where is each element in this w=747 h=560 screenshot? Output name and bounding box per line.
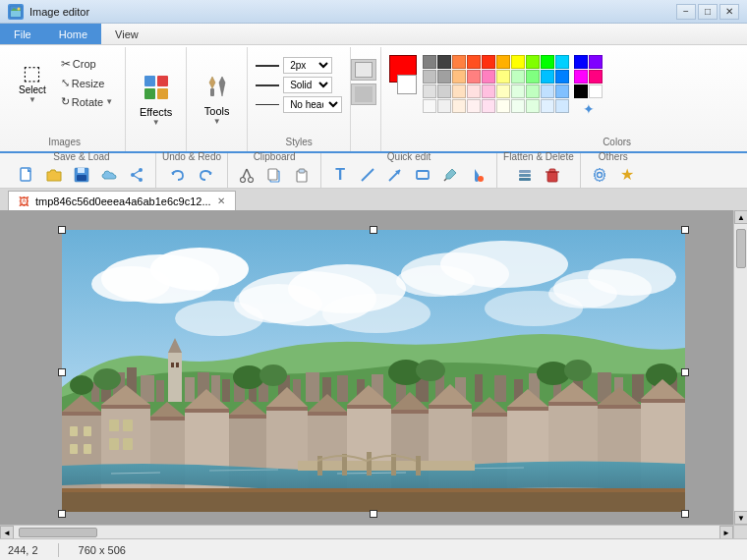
- delete-button[interactable]: [540, 163, 565, 187]
- scroll-down-button[interactable]: ▼: [734, 511, 747, 525]
- eyedropper-tool-button[interactable]: [437, 163, 463, 187]
- color-cell[interactable]: [423, 84, 436, 98]
- cut-button[interactable]: [234, 163, 259, 187]
- color-cell[interactable]: [511, 70, 525, 84]
- rotate-button[interactable]: ↻ Rotate ▼: [57, 93, 117, 110]
- paste-button[interactable]: [289, 163, 315, 187]
- color-cell[interactable]: [526, 70, 540, 84]
- color-cell[interactable]: [589, 70, 603, 84]
- scroll-up-button[interactable]: ▲: [734, 210, 747, 224]
- color-cell[interactable]: [437, 99, 451, 113]
- color-cell[interactable]: [555, 84, 569, 98]
- color-cell[interactable]: [574, 84, 588, 98]
- handle-bc[interactable]: [370, 510, 377, 518]
- close-button[interactable]: ✕: [719, 4, 739, 20]
- handle-br[interactable]: [681, 510, 689, 518]
- canvas-area[interactable]: ▲ ▼ ◄ ►: [0, 210, 747, 538]
- crop-button[interactable]: ✂ Crop: [57, 55, 117, 73]
- color-cell[interactable]: [423, 70, 436, 84]
- background-color[interactable]: [397, 75, 417, 94]
- new-file-button[interactable]: [14, 163, 39, 187]
- horizontal-scrollbar[interactable]: ◄ ►: [0, 525, 733, 538]
- color-cell[interactable]: [526, 55, 540, 69]
- rect-tool-button[interactable]: [410, 163, 435, 187]
- select-button[interactable]: ⬚ Select ▼: [12, 56, 53, 109]
- copy-button[interactable]: [261, 163, 287, 187]
- color-cell[interactable]: [482, 55, 495, 69]
- scroll-thumb-h[interactable]: [19, 528, 97, 537]
- color-cell[interactable]: [452, 99, 466, 113]
- line-tool-button[interactable]: [355, 163, 380, 187]
- settings-button[interactable]: [587, 163, 612, 187]
- solid-select[interactable]: SolidDashedDotted: [283, 77, 332, 93]
- handle-tl[interactable]: [58, 226, 66, 234]
- share-button[interactable]: [124, 163, 149, 187]
- menu-home[interactable]: Home: [45, 24, 101, 44]
- color-cell[interactable]: [541, 70, 554, 84]
- fill-tool-button[interactable]: [465, 163, 490, 187]
- color-cell[interactable]: [482, 70, 495, 84]
- color-cell[interactable]: [574, 70, 588, 84]
- color-cell[interactable]: [423, 55, 436, 69]
- flatten-button[interactable]: [512, 163, 538, 187]
- style-preview[interactable]: [351, 59, 376, 81]
- color-cell[interactable]: [423, 99, 436, 113]
- color-cell[interactable]: [467, 55, 481, 69]
- open-file-button[interactable]: [41, 163, 67, 187]
- color-picker-button[interactable]: ✦: [574, 101, 603, 117]
- menu-file[interactable]: File: [0, 24, 45, 44]
- color-cell[interactable]: [511, 84, 525, 98]
- color-cell[interactable]: [574, 55, 588, 69]
- plugin-button[interactable]: ★: [614, 163, 640, 187]
- color-cell[interactable]: [452, 70, 466, 84]
- head-select[interactable]: No headArrowBoth: [283, 96, 342, 113]
- handle-ml[interactable]: [58, 368, 66, 376]
- save-file-button[interactable]: [69, 163, 94, 187]
- scroll-thumb-v[interactable]: [736, 229, 746, 268]
- color-cell[interactable]: [496, 55, 510, 69]
- color-cell[interactable]: [589, 55, 603, 69]
- arrow-tool-button[interactable]: [382, 163, 408, 187]
- color-cell[interactable]: [526, 84, 540, 98]
- color-cell[interactable]: [482, 84, 495, 98]
- scroll-right-button[interactable]: ►: [719, 526, 733, 538]
- handle-tc[interactable]: [370, 226, 377, 234]
- color-cell[interactable]: [555, 99, 569, 113]
- handle-tr[interactable]: [681, 226, 689, 234]
- cloud-button[interactable]: [96, 163, 122, 187]
- color-cell[interactable]: [467, 99, 481, 113]
- color-cell[interactable]: [467, 70, 481, 84]
- fill-preview[interactable]: [351, 84, 376, 105]
- color-cell[interactable]: [437, 84, 451, 98]
- color-cell[interactable]: [511, 55, 525, 69]
- tools-button[interactable]: Tools ▼: [195, 72, 239, 129]
- scroll-left-button[interactable]: ◄: [0, 526, 14, 538]
- color-cell[interactable]: [555, 55, 569, 69]
- image-tab[interactable]: 🖼 tmp846c56d0eeea4a6ab1e6c9c12... ✕: [8, 191, 236, 210]
- redo-button[interactable]: [193, 163, 218, 187]
- color-cell[interactable]: [496, 70, 510, 84]
- size-select[interactable]: 2px1px3px4px: [283, 57, 332, 74]
- minimize-button[interactable]: −: [676, 4, 696, 20]
- color-cell[interactable]: [511, 99, 525, 113]
- color-cell[interactable]: [589, 84, 603, 98]
- tab-close-button[interactable]: ✕: [217, 196, 225, 206]
- color-cell[interactable]: [467, 84, 481, 98]
- handle-bl[interactable]: [58, 510, 66, 518]
- color-cell[interactable]: [482, 99, 495, 113]
- vertical-scrollbar[interactable]: ▲ ▼: [733, 210, 747, 525]
- handle-mr[interactable]: [681, 368, 689, 376]
- color-cell[interactable]: [541, 55, 554, 69]
- color-cell[interactable]: [452, 55, 466, 69]
- color-cell[interactable]: [555, 70, 569, 84]
- resize-button[interactable]: ⤡ Resize: [57, 75, 117, 91]
- color-cell[interactable]: [437, 70, 451, 84]
- color-cell[interactable]: [437, 55, 451, 69]
- undo-button[interactable]: [165, 163, 191, 187]
- color-cell[interactable]: [541, 84, 554, 98]
- color-cell[interactable]: [452, 84, 466, 98]
- menu-view[interactable]: View: [101, 24, 152, 44]
- color-cell[interactable]: [541, 99, 554, 113]
- maximize-button[interactable]: □: [698, 4, 718, 20]
- text-tool-button[interactable]: T: [327, 163, 353, 187]
